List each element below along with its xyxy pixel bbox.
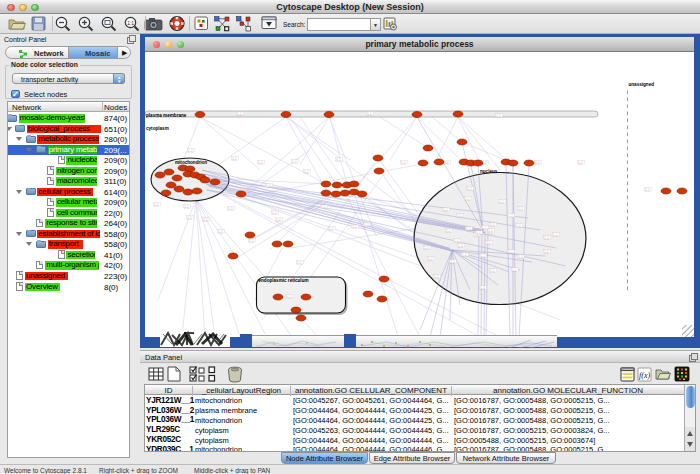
svg-text:[...]: [...] <box>298 261 302 265</box>
svg-text:[...]: [...] <box>365 223 369 227</box>
svg-text:nucleus: nucleus <box>480 169 498 174</box>
svg-text:[...]: [...] <box>259 161 263 165</box>
svg-text:1:1: 1:1 <box>127 20 134 26</box>
svg-text:[...]: [...] <box>468 187 472 191</box>
svg-text:[...]: [...] <box>513 268 517 272</box>
svg-text:[...]: [...] <box>481 286 485 290</box>
svg-text:[...]: [...] <box>435 275 439 279</box>
svg-text:[...]: [...] <box>229 207 233 211</box>
svg-text:[...]: [...] <box>554 233 558 237</box>
svg-text:[...]: [...] <box>467 227 471 231</box>
svg-text:[...]: [...] <box>188 216 192 220</box>
svg-text:[...]: [...] <box>487 241 491 245</box>
svg-text:[...]: [...] <box>481 254 485 258</box>
svg-text:[...]: [...] <box>425 246 429 250</box>
svg-text:[...]: [...] <box>445 161 449 165</box>
svg-text:[...]: [...] <box>330 227 334 231</box>
svg-text:[...]: [...] <box>155 203 159 207</box>
svg-text:[...]: [...] <box>305 170 309 174</box>
svg-text:[...]: [...] <box>250 239 254 243</box>
svg-text:[...]: [...] <box>455 239 459 243</box>
svg-text:[...]: [...] <box>444 208 448 212</box>
svg-text:endoplasmic reticulum: endoplasmic reticulum <box>259 278 309 283</box>
svg-text:[...]: [...] <box>451 260 455 264</box>
svg-text:plasma membrane: plasma membrane <box>146 113 187 118</box>
svg-text:mitochondrion: mitochondrion <box>175 160 207 165</box>
svg-text:[...]: [...] <box>429 257 433 261</box>
svg-text:[...]: [...] <box>447 229 451 233</box>
svg-text:[...]: [...] <box>288 295 292 299</box>
svg-text:[...]: [...] <box>185 205 189 209</box>
svg-text:[...]: [...] <box>491 223 495 227</box>
svg-text:[...]: [...] <box>497 114 501 118</box>
svg-text:[...]: [...] <box>337 158 341 162</box>
svg-text:[...]: [...] <box>204 218 208 222</box>
svg-text:unassigned: unassigned <box>629 82 655 87</box>
svg-text:[...]: [...] <box>402 161 406 165</box>
svg-text:[...]: [...] <box>293 160 297 164</box>
svg-text:[...]: [...] <box>519 207 523 211</box>
svg-text:[...]: [...] <box>466 197 470 201</box>
svg-text:[...]: [...] <box>646 188 650 192</box>
svg-text:[...]: [...] <box>536 161 540 165</box>
svg-text:[...]: [...] <box>491 269 495 273</box>
svg-text:[...]: [...] <box>458 214 462 218</box>
svg-text:[...]: [...] <box>322 205 326 209</box>
svg-text:[...]: [...] <box>500 200 504 204</box>
svg-text:[...]: [...] <box>368 112 372 116</box>
svg-text:[...]: [...] <box>277 218 281 222</box>
svg-text:[...]: [...] <box>579 161 583 165</box>
svg-text:[...]: [...] <box>463 253 467 257</box>
svg-text:cytoplasm: cytoplasm <box>146 126 169 131</box>
svg-text:[...]: [...] <box>545 236 549 240</box>
svg-text:[...]: [...] <box>233 157 237 161</box>
svg-text:[...]: [...] <box>477 231 481 235</box>
svg-text:[...]: [...] <box>517 224 521 228</box>
svg-text:[...]: [...] <box>489 229 493 233</box>
svg-text:[...]: [...] <box>509 250 513 254</box>
svg-text:[...]: [...] <box>273 211 277 215</box>
svg-text:[...]: [...] <box>267 184 271 188</box>
svg-text:[...]: [...] <box>238 112 242 116</box>
svg-text:[...]: [...] <box>545 250 549 254</box>
svg-text:[...]: [...] <box>509 214 513 218</box>
svg-text:[...]: [...] <box>219 230 223 234</box>
svg-text:[...]: [...] <box>519 255 523 259</box>
svg-text:f(x): f(x) <box>639 371 650 380</box>
svg-text:[...]: [...] <box>483 226 487 230</box>
svg-text:[...]: [...] <box>189 149 193 153</box>
svg-text:[...]: [...] <box>459 244 463 248</box>
svg-text:[...]: [...] <box>353 225 357 229</box>
